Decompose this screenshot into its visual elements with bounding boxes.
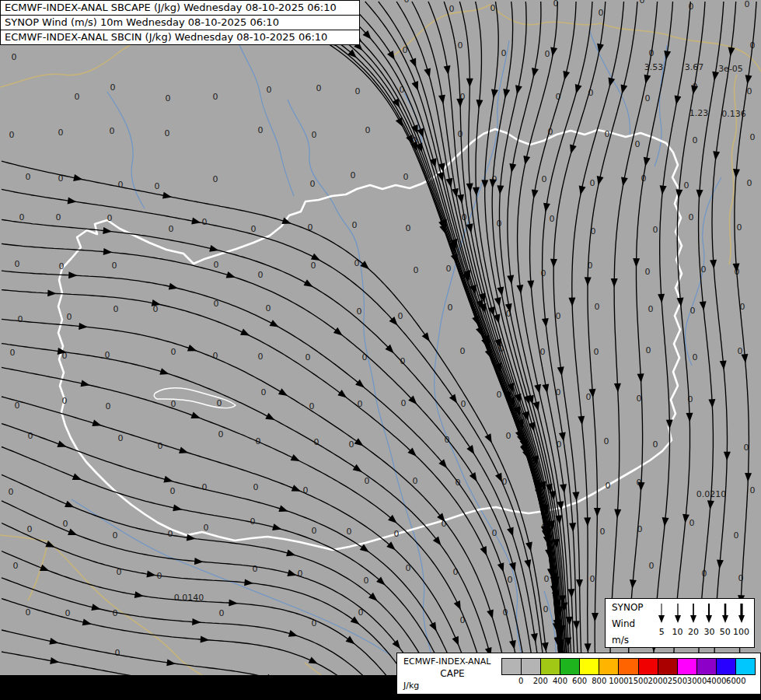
station-value-zero: 0 bbox=[15, 401, 20, 411]
wind-speed-item: 10 bbox=[669, 602, 685, 646]
streamline-arrowhead bbox=[494, 297, 501, 306]
streamline-arrowhead bbox=[360, 544, 369, 552]
cape-color-cell bbox=[522, 659, 541, 674]
streamline-arrowhead bbox=[575, 84, 582, 93]
station-value-zero: 0 bbox=[155, 181, 160, 191]
station-value-zero: 0 bbox=[684, 180, 689, 191]
cape-color-cell bbox=[736, 659, 755, 674]
streamline-arrowhead bbox=[560, 484, 567, 493]
station-value-zero: 0 bbox=[107, 213, 113, 223]
streamline-arrowhead bbox=[81, 380, 90, 387]
streamline-arrowhead bbox=[291, 454, 300, 461]
station-value-zero: 0 bbox=[355, 86, 361, 96]
station-value-zero: 0 bbox=[506, 431, 511, 441]
streamline-arrowhead bbox=[424, 68, 431, 77]
station-value-zero: 0 bbox=[12, 52, 17, 62]
streamline-arrowhead bbox=[272, 523, 281, 530]
streamline-arrowhead bbox=[707, 500, 714, 509]
station-value-zero: 0 bbox=[115, 648, 120, 658]
streamline-arrowhead bbox=[621, 84, 628, 93]
station-value-zero: 0 bbox=[113, 608, 118, 618]
streamline-arrowhead bbox=[47, 289, 57, 296]
cape-tick-label: 0 bbox=[518, 677, 523, 685]
station-value-zero: 0 bbox=[113, 530, 118, 541]
streamline-arrowhead bbox=[346, 636, 355, 645]
station-value-zero: 0 bbox=[645, 267, 651, 277]
station-value-zero: 0 bbox=[349, 439, 354, 450]
wind-streamline bbox=[712, 2, 736, 678]
streamline-arrowhead bbox=[592, 613, 599, 622]
cape-legend-labels: ECMWF-INDEX-ANAL CAPE J/kg bbox=[403, 656, 501, 693]
streamline-arrowhead bbox=[226, 271, 236, 278]
streamline-arrowhead bbox=[614, 383, 621, 393]
streamline-arrowhead bbox=[594, 508, 601, 517]
streamline-arrowhead bbox=[466, 79, 473, 88]
station-value-zero: 0 bbox=[352, 220, 358, 230]
streamline-arrowhead bbox=[179, 446, 188, 453]
streamline-arrowhead bbox=[658, 294, 665, 303]
station-value-zero: 0 bbox=[202, 217, 208, 227]
streamline-arrowhead bbox=[68, 271, 78, 278]
station-value-zero: 0 bbox=[165, 128, 170, 138]
wind-speed-item: 20 bbox=[686, 602, 701, 646]
streamline-arrowhead bbox=[717, 560, 724, 569]
streamline-arrowhead bbox=[40, 565, 49, 571]
station-value-zero: 0 bbox=[640, 0, 645, 5]
streamline-arrowhead bbox=[191, 218, 201, 225]
station-value-zero: 0 bbox=[365, 125, 371, 135]
wind-speed-label: 5 bbox=[654, 627, 669, 637]
station-value-zero: 0 bbox=[737, 222, 742, 233]
streamline-arrowhead bbox=[476, 100, 483, 109]
cape-color-cell bbox=[541, 659, 560, 674]
station-value-zero: 0 bbox=[59, 261, 65, 271]
streamline-arrowhead bbox=[570, 145, 577, 154]
station-value-zero: 0 bbox=[202, 482, 208, 492]
wind-arrow-icon bbox=[703, 602, 714, 624]
streamline-arrowhead bbox=[456, 99, 463, 108]
streamline-arrowhead bbox=[103, 248, 113, 255]
wind-speed-item: 50 bbox=[717, 602, 733, 646]
station-value-zero: 0 bbox=[19, 212, 25, 222]
station-value-zero: 0 bbox=[604, 436, 609, 446]
streamline-arrowhead bbox=[666, 420, 673, 429]
station-value-zero: 0 bbox=[653, 225, 658, 235]
station-value-zero: 0 bbox=[449, 4, 455, 14]
streamline-arrowhead bbox=[452, 636, 459, 646]
streamline-arrowhead bbox=[278, 506, 288, 513]
streamline-arrowhead bbox=[713, 151, 720, 160]
streamline-arrowhead bbox=[633, 258, 640, 268]
station-value-zero: 0 bbox=[448, 303, 453, 313]
station-value-zero: 0 bbox=[258, 270, 264, 280]
station-value-zero: 0 bbox=[112, 261, 117, 271]
station-value-zero: 0 bbox=[401, 398, 407, 408]
cape-colorbar bbox=[501, 658, 756, 675]
streamline-arrowhead bbox=[644, 75, 651, 84]
cape-tick-label: 2000 bbox=[648, 677, 667, 685]
streamline-arrowhead bbox=[525, 542, 532, 551]
station-value-zero: 0 bbox=[316, 83, 322, 93]
station-value-zero: 0 bbox=[690, 306, 696, 316]
streamline-arrowhead bbox=[686, 413, 693, 422]
streamline-arrowhead bbox=[480, 546, 487, 555]
streamline-arrowhead bbox=[503, 89, 510, 98]
station-value-zero: 0 bbox=[398, 311, 403, 321]
station-values-layer: 0000000000000000000000000000000000000000… bbox=[9, 0, 756, 658]
station-value-zero: 0 bbox=[217, 398, 222, 408]
station-value-zero: 0 bbox=[600, 527, 606, 537]
streamline-arrowhead bbox=[733, 169, 740, 178]
streamline-arrowhead bbox=[509, 640, 516, 649]
streamline-arrowhead bbox=[146, 571, 155, 578]
streamline-arrowhead bbox=[516, 285, 523, 294]
streamline-arrowhead bbox=[675, 96, 682, 105]
national-border bbox=[0, 535, 238, 694]
cape-color-cell bbox=[658, 659, 678, 674]
cape-color-cell bbox=[502, 659, 522, 674]
station-value-zero: 0 bbox=[750, 485, 756, 495]
station-value-zero: 0 bbox=[113, 304, 119, 314]
river bbox=[72, 499, 390, 655]
streamline-arrowhead bbox=[304, 279, 313, 287]
cape-legend: ECMWF-INDEX-ANAL CAPE J/kg 0200400600800… bbox=[396, 653, 761, 695]
streamline-arrowhead bbox=[745, 75, 752, 84]
station-value-zero: 0 bbox=[204, 523, 209, 533]
station-value-zero: 0 bbox=[18, 314, 23, 324]
